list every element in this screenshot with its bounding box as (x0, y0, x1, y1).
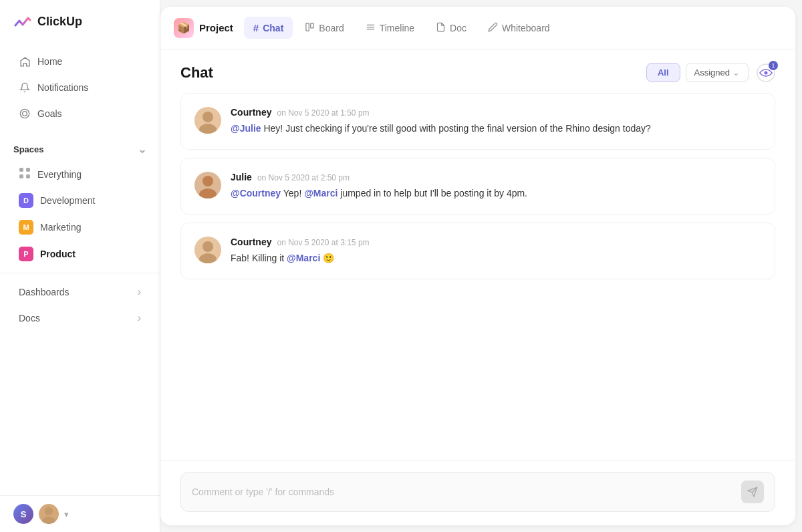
svg-rect-3 (26, 168, 30, 172)
eye-badge-button[interactable]: 1 (757, 63, 775, 82)
project-label: Project (199, 22, 233, 33)
docs-chevron-icon: › (138, 312, 141, 324)
comment-input-box[interactable]: Comment or type '/' for commands (180, 472, 775, 512)
timeline-tab-icon (366, 22, 376, 34)
doc-tab-label: Doc (450, 23, 466, 33)
top-nav: 📦 Project # Chat Board Timeline Doc (160, 7, 795, 49)
message-3-text: Fab! Killing it @Marci 🙂 (231, 251, 761, 265)
mention-courtney: @Courtney (231, 188, 281, 198)
eye-count-badge: 1 (769, 61, 778, 70)
avatar-julie (194, 172, 221, 198)
message-2-content: Julie on Nov 5 2020 at 2:50 pm @Courtney… (231, 172, 761, 201)
chat-header: Chat All Assigned ⌄ 1 (160, 49, 795, 93)
send-button[interactable] (741, 481, 764, 503)
message-1: Courtney on Nov 5 2020 at 1:50 pm @Julie… (180, 93, 775, 150)
product-badge: P (19, 247, 33, 261)
sidebar-item-marketing[interactable]: M Marketing (5, 215, 154, 240)
svg-rect-8 (306, 23, 309, 30)
spaces-section: Spaces ⌄ (0, 132, 160, 161)
dashboards-label: Dashboards (19, 287, 70, 297)
sidebar-item-dashboards[interactable]: Dashboards › (5, 279, 154, 305)
sidebar-item-everything[interactable]: Everything (5, 162, 154, 186)
message-2-header: Julie on Nov 5 2020 at 2:50 pm (231, 172, 761, 182)
sidebar-item-goals[interactable]: Goals (5, 101, 154, 126)
everything-icon (19, 167, 31, 181)
timeline-tab-label: Timeline (380, 23, 414, 33)
message-3-body-2: 🙂 (323, 253, 334, 263)
comment-input-placeholder: Comment or type '/' for commands (192, 487, 334, 497)
svg-point-19 (203, 176, 213, 186)
tab-timeline[interactable]: Timeline (356, 17, 424, 39)
spaces-label: Spaces (13, 144, 44, 154)
message-2-text: @Courtney Yep! @Marci jumped in to help … (231, 186, 761, 201)
svg-point-1 (23, 112, 27, 116)
message-1-header: Courtney on Nov 5 2020 at 1:50 pm (231, 107, 761, 118)
message-3-header: Courtney on Nov 5 2020 at 3:15 pm (231, 237, 761, 247)
message-1-author: Courtney (231, 107, 271, 118)
whiteboard-tab-icon (488, 22, 498, 34)
tab-whiteboard[interactable]: Whiteboard (479, 17, 559, 39)
svg-point-14 (765, 71, 768, 74)
project-icon: 📦 (174, 18, 194, 38)
svg-rect-2 (19, 168, 23, 172)
input-area: Comment or type '/' for commands (160, 460, 795, 525)
message-2-body-2: jumped in to help but I'll be posting it… (340, 188, 527, 198)
svg-rect-5 (26, 174, 30, 178)
message-3-time: on Nov 5 2020 at 3:15 pm (277, 238, 369, 247)
chat-tab-label: Chat (263, 23, 283, 33)
project-title: 📦 Project (174, 18, 233, 38)
sidebar-footer: S ▾ (0, 495, 160, 532)
chat-content: Chat All Assigned ⌄ 1 (160, 49, 795, 525)
mention-julie-1: @Julie (231, 123, 261, 134)
svg-point-22 (203, 241, 213, 252)
tab-chat[interactable]: # Chat (244, 17, 293, 39)
spaces-header[interactable]: Spaces ⌄ (13, 143, 146, 156)
chat-tab-icon: # (253, 22, 259, 33)
sidebar-item-everything-label: Everything (37, 169, 82, 180)
dashboards-chevron-icon: › (138, 286, 141, 298)
logo[interactable]: ClickUp (0, 0, 160, 43)
sidebar-item-development-label: Development (40, 195, 96, 206)
goal-icon (19, 108, 31, 120)
sidebar-item-notifications[interactable]: Notifications (5, 75, 154, 100)
message-1-text: @Julie Hey! Just checking if you're stil… (231, 122, 761, 136)
clickup-logo-icon (13, 12, 32, 31)
sidebar-item-product[interactable]: P Product (5, 241, 154, 267)
user-dropdown-chevron-icon[interactable]: ▾ (64, 509, 69, 519)
sidebar-item-docs[interactable]: Docs › (5, 305, 154, 331)
sidebar-item-product-label: Product (40, 249, 76, 259)
message-2-body-1: Yep! (283, 188, 304, 198)
message-2-author: Julie (231, 172, 252, 182)
main-content: 📦 Project # Chat Board Timeline Doc (160, 7, 795, 525)
messages-list: Courtney on Nov 5 2020 at 1:50 pm @Julie… (160, 93, 795, 460)
filter-all-button[interactable]: All (646, 63, 680, 82)
sidebar-item-development[interactable]: D Development (5, 188, 154, 213)
message-3-content: Courtney on Nov 5 2020 at 3:15 pm Fab! K… (231, 237, 761, 265)
message-1-time: on Nov 5 2020 at 1:50 pm (277, 108, 369, 118)
board-tab-icon (305, 22, 315, 34)
sidebar-item-marketing-label: Marketing (40, 222, 81, 233)
message-3: Courtney on Nov 5 2020 at 3:15 pm Fab! K… (180, 223, 775, 279)
message-1-content: Courtney on Nov 5 2020 at 1:50 pm @Julie… (231, 107, 761, 136)
message-2: Julie on Nov 5 2020 at 2:50 pm @Courtney… (180, 158, 775, 215)
home-icon (19, 55, 31, 68)
message-3-author: Courtney (231, 237, 271, 247)
sidebar: ClickUp Home Notifications Goals Spaces … (0, 0, 160, 532)
filter-assigned-button[interactable]: Assigned ⌄ (686, 63, 749, 82)
sidebar-item-home[interactable]: Home (5, 49, 154, 74)
avatar-user[interactable] (39, 504, 59, 524)
chevron-down-icon: ⌄ (138, 143, 146, 156)
sidebar-item-goals-label: Goals (37, 108, 62, 119)
filter-chevron-icon: ⌄ (732, 68, 740, 78)
board-tab-label: Board (319, 23, 344, 33)
docs-label: Docs (19, 313, 40, 323)
sidebar-item-notifications-label: Notifications (37, 82, 88, 93)
message-1-body: Hey! Just checking if you're still good … (263, 123, 650, 134)
tab-board[interactable]: Board (295, 17, 353, 39)
avatar-s[interactable]: S (13, 504, 33, 524)
svg-rect-9 (311, 23, 313, 27)
avatar-courtney-2 (194, 237, 221, 263)
tab-doc[interactable]: Doc (426, 17, 476, 39)
logo-text: ClickUp (37, 15, 82, 29)
avatar-courtney-1 (194, 107, 221, 134)
